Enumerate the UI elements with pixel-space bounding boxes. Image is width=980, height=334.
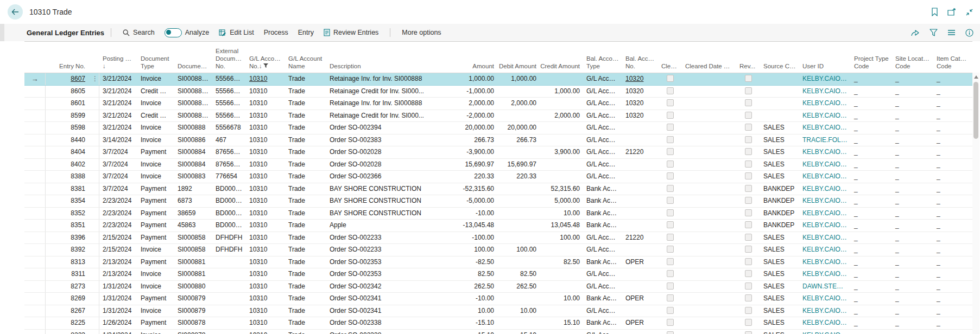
column-header-clea[interactable]: Clea... <box>658 42 682 73</box>
cell-entry_no[interactable]: 8354 <box>45 195 88 207</box>
cell-user_id[interactable]: KELBY.CAIOLA <box>799 305 851 317</box>
rev-checkbox[interactable] <box>745 112 752 119</box>
clea-checkbox[interactable] <box>667 270 674 277</box>
cell-entry_no[interactable]: 8352 <box>45 208 88 220</box>
column-header-gl_acc_name[interactable]: G/L AccountName <box>285 42 326 73</box>
cell-entry_no[interactable]: 8223 <box>45 330 88 334</box>
cell-user_id[interactable]: KELBY.CAIOLA <box>799 122 851 134</box>
rev-checkbox[interactable] <box>745 124 752 131</box>
scrollbar-thumb[interactable] <box>973 82 978 139</box>
column-header-cleared_dt[interactable]: Cleared Date Time <box>682 42 736 73</box>
cell-gl_acc_no[interactable]: 10310 <box>246 73 285 85</box>
rev-checkbox[interactable] <box>745 258 752 265</box>
clea-checkbox[interactable] <box>667 124 674 131</box>
rev-checkbox[interactable] <box>745 172 752 179</box>
cell-entry_no[interactable]: 8605 <box>45 86 88 98</box>
table-row[interactable]: 86053/21/2024Credit MemoSI000888RC155566… <box>24 86 972 98</box>
column-header-ptype[interactable]: Project TypeCode <box>851 42 892 73</box>
table-row-selected[interactable]: →8607⋮3/21/2024InvoiceSI000888R15556678R… <box>24 73 972 86</box>
clea-checkbox[interactable] <box>667 160 674 168</box>
column-header-doc_type[interactable]: DocumentType <box>137 42 174 73</box>
rev-checkbox[interactable] <box>745 148 752 155</box>
cell-user_id[interactable]: KELBY.CAIOLA <box>799 159 851 171</box>
cell-user_id[interactable]: KELBY.CAIOLA <box>799 110 851 122</box>
bookmark-icon[interactable] <box>930 7 939 17</box>
cell-entry_no[interactable]: 8599 <box>45 110 88 122</box>
entry-button[interactable]: Entry <box>293 24 319 41</box>
cell-entry_no[interactable]: 8313 <box>45 256 88 268</box>
column-header-ext_doc_no[interactable]: ExternalDocumentNo. <box>212 42 246 73</box>
clea-checkbox[interactable] <box>667 75 674 82</box>
clea-checkbox[interactable] <box>667 148 674 155</box>
cell-user_id[interactable]: KELBY.CAIOLA <box>799 293 851 305</box>
more-options-button[interactable]: More options <box>397 24 446 41</box>
table-row[interactable]: 86013/21/2024InvoiceSI000888R5556678R103… <box>24 98 972 110</box>
table-row[interactable]: 84403/14/2024InvoiceSI00088646710310Trad… <box>24 134 972 147</box>
table-row[interactable]: 85993/21/2024Credit MemoSI000888RC555667… <box>24 110 972 123</box>
back-button[interactable] <box>8 4 23 20</box>
column-header-debit[interactable]: Debit Amount <box>497 42 540 73</box>
rev-checkbox[interactable] <box>745 197 752 204</box>
table-row[interactable]: 82731/31/2024InvoiceSI00088010310TradeOr… <box>24 281 972 293</box>
rev-checkbox[interactable] <box>745 246 752 253</box>
cell-entry_no[interactable]: 8392 <box>45 244 88 256</box>
column-header-credit[interactable]: Credit Amount <box>540 42 583 73</box>
cell-user_id[interactable]: KELBY.CAIOLA <box>799 244 851 256</box>
cell-user_id[interactable]: DAWN.STENBOL <box>799 281 851 293</box>
rev-checkbox[interactable] <box>745 75 752 82</box>
cell-entry_no[interactable]: 8404 <box>45 146 88 158</box>
table-row[interactable]: 82691/31/2024PaymentSI00087910310TradeOr… <box>24 293 972 305</box>
open-in-new-window-icon[interactable] <box>946 7 957 17</box>
column-header-description[interactable]: Description <box>326 42 448 73</box>
table-row[interactable]: 83813/7/2024Payment1892BD0004810310Trade… <box>24 183 972 196</box>
column-header-entry_no[interactable]: Entry No. <box>45 42 88 73</box>
share-icon[interactable] <box>909 28 921 38</box>
rev-checkbox[interactable] <box>745 185 752 192</box>
table-row[interactable]: 82671/31/2024InvoiceSI00087910310TradeOr… <box>24 305 972 318</box>
cell-user_id[interactable]: KELBY.CAIOLA <box>799 183 851 195</box>
cell-user_id[interactable]: KELBY.CAIOLA <box>799 232 851 244</box>
column-header-bal_no[interactable]: Bal. AccountNo. <box>622 42 658 73</box>
clea-checkbox[interactable] <box>667 307 674 314</box>
table-row[interactable]: 83883/7/2024InvoiceSI00088377665410310Tr… <box>24 171 972 183</box>
rev-checkbox[interactable] <box>745 282 752 290</box>
rev-checkbox[interactable] <box>745 221 752 228</box>
cell-user_id[interactable]: KELBY.CAIOLA <box>799 195 851 207</box>
vertical-scrollbar[interactable] <box>972 73 979 334</box>
clea-checkbox[interactable] <box>667 136 674 143</box>
rev-checkbox[interactable] <box>745 87 752 94</box>
clea-checkbox[interactable] <box>667 172 674 179</box>
clea-checkbox[interactable] <box>667 294 674 301</box>
cell-entry_no[interactable]: 8311 <box>45 268 88 280</box>
cell-entry_no[interactable]: 8269 <box>45 293 88 305</box>
table-row[interactable]: 83512/23/2024Payment45863BD0004410310Tra… <box>24 220 972 232</box>
column-header-user_id[interactable]: User ID <box>799 42 851 73</box>
rev-checkbox[interactable] <box>745 234 752 241</box>
table-row[interactable]: 84023/7/2024InvoiceSI0008848765678901031… <box>24 159 972 171</box>
clea-checkbox[interactable] <box>667 99 674 106</box>
edit-list-button[interactable]: Edit List <box>214 24 258 41</box>
clea-checkbox[interactable] <box>667 87 674 94</box>
clea-checkbox[interactable] <box>667 112 674 119</box>
cell-entry_no[interactable]: 8607 <box>45 73 88 85</box>
cell-entry_no[interactable]: 8402 <box>45 159 88 171</box>
table-row[interactable]: 82231/24/2024InvoiceSI00087810310TradeOr… <box>24 330 972 334</box>
cell-entry_no[interactable]: 8388 <box>45 171 88 183</box>
process-button[interactable]: Process <box>259 24 293 41</box>
info-icon[interactable] <box>964 28 975 38</box>
clea-checkbox[interactable] <box>667 319 674 326</box>
table-row[interactable]: 83922/15/2024InvoiceSI000858DFHDFH10310T… <box>24 244 972 256</box>
clea-checkbox[interactable] <box>667 282 674 290</box>
cell-entry_no[interactable]: 8351 <box>45 220 88 232</box>
column-header-icat[interactable]: Item Catego...Code <box>933 42 972 73</box>
row-menu-dots[interactable]: ⋮ <box>88 73 99 85</box>
analyze-toggle-item[interactable]: Analyze <box>160 24 214 41</box>
cell-entry_no[interactable]: 8601 <box>45 98 88 110</box>
column-header-sloc[interactable]: Site LocationCode <box>892 42 933 73</box>
rev-checkbox[interactable] <box>745 319 752 326</box>
clea-checkbox[interactable] <box>667 185 674 192</box>
clea-checkbox[interactable] <box>667 221 674 228</box>
scrollbar-up-arrow[interactable] <box>972 73 979 81</box>
table-row[interactable]: 82251/26/2024PaymentSI00087810310TradeOr… <box>24 317 972 330</box>
column-header-posting_date[interactable]: Posting Date↓ <box>99 42 137 73</box>
